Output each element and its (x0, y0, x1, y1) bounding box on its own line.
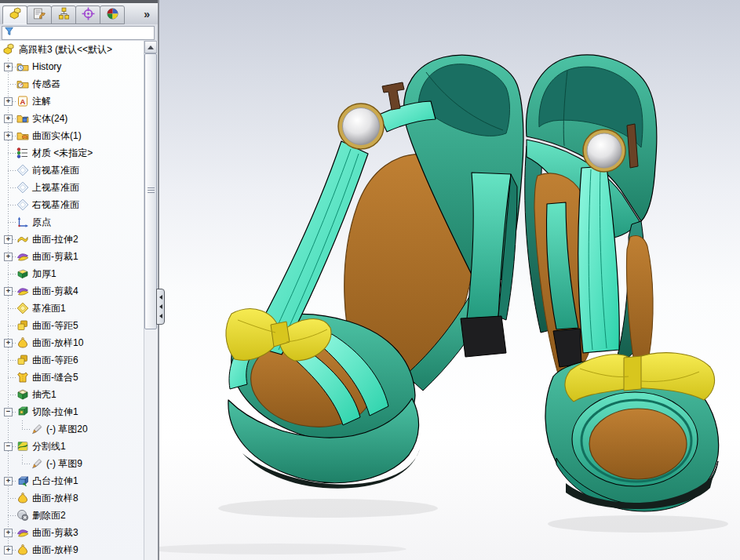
tree-item-right-plane[interactable]: 右视基准面 (0, 196, 144, 213)
left-shoe-buckle (382, 82, 404, 110)
manager-tabs: » (0, 3, 159, 25)
history-folder-icon (16, 60, 29, 73)
filter-funnel-icon (2, 26, 15, 40)
filter-input[interactable] (15, 27, 154, 38)
expander-plus[interactable]: + (4, 63, 13, 71)
shell-icon (16, 388, 29, 401)
tree-item-surface-knit5[interactable]: 曲面-缝合5 (0, 369, 144, 386)
tree-item-label: 曲面-放样9 (32, 541, 78, 558)
scroll-up-button[interactable] (144, 41, 157, 53)
tree-item-origin[interactable]: 原点 (0, 213, 144, 231)
surface-offset-icon (16, 354, 29, 366)
split-line-icon (16, 440, 29, 453)
tree-item-annotations[interactable]: +A注解 (0, 93, 144, 110)
tree-item-shell1[interactable]: 抽壳1 (0, 386, 144, 403)
panel-splitter[interactable] (156, 289, 165, 325)
expander-plus[interactable]: + (4, 235, 13, 244)
tree-item-solid-bodies[interactable]: +实体(24) (0, 110, 144, 127)
filter-field[interactable] (2, 26, 155, 40)
tree-item-plane1[interactable]: 基准面1 (0, 300, 144, 317)
tree-item-label: 删除面2 (32, 507, 66, 524)
tree-item-surface-loft10[interactable]: +曲面-放样10 (0, 334, 144, 351)
tree-item-label: 传感器 (32, 75, 60, 93)
plane-icon (16, 181, 29, 194)
expander-minus[interactable]: − (4, 442, 13, 451)
tree-item-thicken1[interactable]: 加厚1 (0, 265, 144, 282)
dimxpertmanager-tab[interactable] (75, 5, 100, 24)
expander-plus[interactable]: + (4, 115, 13, 123)
expander-plus[interactable]: + (4, 132, 13, 140)
tree-item-boss-extrude1[interactable]: +凸台-拉伸1 (0, 472, 144, 489)
tree-item-label: 曲面-放样8 (32, 489, 78, 507)
tree-item-surface-trim3[interactable]: +曲面-剪裁3 (0, 524, 144, 541)
surface-offset-icon (16, 319, 29, 332)
tree-item-surface-loft9[interactable]: +曲面-放样9 (0, 541, 144, 558)
expander-minus[interactable]: − (4, 408, 13, 416)
sketch-icon (31, 423, 43, 435)
tree-item-label: 曲面-剪裁4 (32, 282, 78, 300)
expander-plus[interactable]: + (4, 97, 13, 106)
tree-item-surface-extrude2[interactable]: +曲面-拉伸2 (0, 231, 144, 248)
dimxpertmanager-icon (82, 7, 95, 24)
surface-knit-icon (16, 371, 29, 384)
model-viewport[interactable] (159, 0, 740, 560)
scroll-thumb[interactable] (144, 53, 157, 329)
tree-item-cut-extrude1[interactable]: −切除-拉伸1 (0, 403, 144, 420)
tree-item-surface-offset5[interactable]: 曲面-等距5 (0, 317, 144, 334)
tree-item-surface-trim4[interactable]: +曲面-剪裁4 (0, 282, 144, 300)
tree-item-label: 实体(24) (32, 110, 67, 127)
featuremanager-tab[interactable] (2, 5, 27, 24)
tree-item-label: 曲面-剪裁1 (32, 248, 78, 265)
tree-item-label: 曲面-放样10 (32, 334, 83, 351)
tree-item-front-plane[interactable]: 前视基准面 (0, 162, 144, 179)
tree-item-material[interactable]: 材质 <未指定> (0, 144, 144, 162)
displaymanager-tab[interactable] (100, 5, 125, 24)
surface-loft-icon (16, 492, 29, 504)
tree-item-surface-trim1[interactable]: +曲面-剪裁1 (0, 248, 144, 265)
tree-item-top-plane[interactable]: 上视基准面 (0, 179, 144, 196)
model-canvas[interactable] (159, 0, 740, 560)
tree-item-sketch9[interactable]: (-) 草图9 (0, 455, 144, 472)
tree-item-label: 曲面-缝合5 (32, 369, 78, 386)
annotations-icon: A (16, 95, 29, 107)
left-shoe-model (226, 55, 523, 488)
tabs-overflow-chevron[interactable]: » (144, 8, 150, 20)
tree-item-surface-bodies[interactable]: +曲面实体(1) (0, 127, 144, 144)
tree-item-split-line1[interactable]: −分割线1 (0, 438, 144, 455)
configurationmanager-tab[interactable] (51, 5, 76, 24)
boss-extrude-icon (16, 475, 29, 487)
tree-item-root-part[interactable]: 高跟鞋3 (默认<<默认> (0, 41, 144, 58)
tree-item-label: History (32, 58, 61, 75)
tree-item-label: (-) 草图20 (46, 420, 88, 438)
tree-item-label: 切除-拉伸1 (32, 403, 78, 420)
tree-item-surface-offset6[interactable]: 曲面-等距6 (0, 351, 144, 369)
tree-item-surface-loft8[interactable]: 曲面-放样8 (0, 489, 144, 507)
solid-bodies-folder-icon (16, 112, 29, 125)
tree-item-label: 凸台-拉伸1 (32, 472, 78, 489)
expander-plus[interactable]: + (4, 477, 13, 485)
feature-tree: 高跟鞋3 (默认<<默认>+History传感器+A注解+实体(24)+曲面实体… (0, 41, 144, 560)
cut-extrude-icon (16, 405, 29, 418)
tree-item-label: 原点 (32, 213, 51, 231)
right-shoe-model (525, 55, 719, 511)
tree-item-label: 注解 (32, 93, 51, 110)
origin-icon (16, 216, 29, 228)
tree-item-label: 曲面实体(1) (32, 127, 82, 144)
expander-plus[interactable]: + (4, 529, 13, 537)
tree-item-label: (-) 草图9 (46, 455, 82, 472)
configurationmanager-icon (57, 7, 71, 24)
expander-plus[interactable]: + (4, 287, 13, 296)
tree-item-delete-face2[interactable]: 删除面2 (0, 507, 144, 524)
expander-plus[interactable]: + (4, 253, 13, 261)
surface-extrude-icon (16, 233, 29, 245)
tree-item-label: 曲面-拉伸2 (32, 231, 78, 248)
tree-item-sketch20[interactable]: (-) 草图20 (0, 420, 144, 438)
tree-item-label: 抽壳1 (32, 386, 57, 403)
surface-trim-icon (16, 285, 29, 297)
tree-item-history[interactable]: +History (0, 58, 144, 75)
expander-plus[interactable]: + (4, 546, 13, 555)
surface-trim-icon (16, 526, 29, 539)
expander-plus[interactable]: + (4, 339, 13, 347)
tree-item-sensors[interactable]: 传感器 (0, 75, 144, 93)
propertymanager-tab[interactable] (27, 5, 52, 24)
